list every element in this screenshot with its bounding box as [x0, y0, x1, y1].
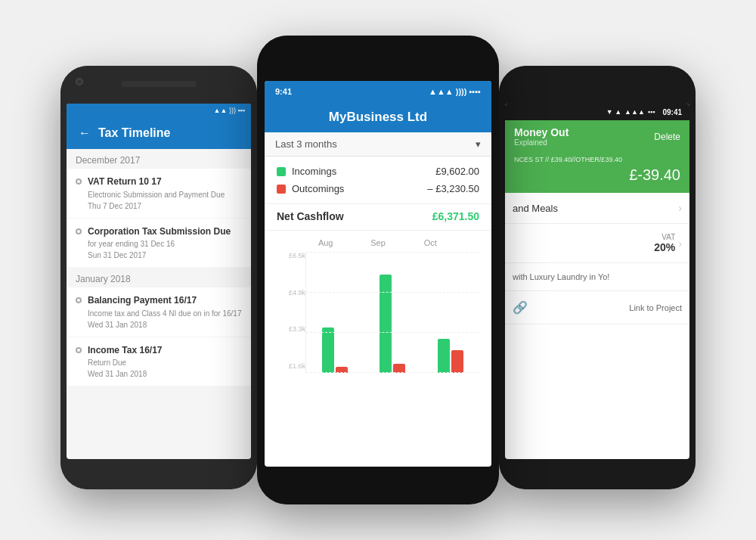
tax-item-title-1: Corporation Tax Submission Due: [88, 226, 231, 238]
bar-group-aug: [322, 327, 348, 373]
tax-item-sub-3: Return Due: [88, 358, 163, 368]
link-icon: 🔗: [513, 300, 528, 315]
camera-left: [76, 78, 83, 85]
phone-center: 9:41 ▲▲▲ )))) ▪▪▪▪ MyBusiness Ltd Last 3…: [257, 36, 499, 504]
money-out-subtitle: Explained: [514, 138, 569, 147]
outcomings-value: – £3,230.50: [427, 183, 479, 194]
center-status-icons: ▲▲▲ )))) ▪▪▪▪: [429, 87, 481, 96]
center-app-title: MyBusiness Ltd: [277, 110, 479, 125]
chart-bars: [305, 252, 479, 373]
right-signal-icon: ▲▲▲: [624, 108, 645, 116]
screen-right: ▼ ▲ ▲▲▲ ▪▪▪ 09:41 Money Out Explained De…: [505, 104, 689, 459]
chevron-right-icon-1: ›: [678, 237, 682, 250]
bar-aug-green: [322, 327, 334, 373]
chevron-right-icon-0: ›: [678, 202, 682, 214]
screen-left: ▲▲ ))) ▪▪▪ ← Tax Timeline December 2017 …: [67, 104, 251, 459]
y-label-3: £1.6k: [277, 362, 305, 370]
chart-label-aug: Aug: [299, 238, 352, 247]
tax-item-vat[interactable]: VAT Return 10 17 Electronic Submission a…: [67, 169, 251, 218]
tax-title: Tax Timeline: [98, 126, 170, 140]
item-circle: [76, 178, 82, 185]
screen-center: 9:41 ▲▲▲ )))) ▪▪▪▪ MyBusiness Ltd Last 3…: [265, 81, 491, 467]
phone-left: ▲▲ ))) ▪▪▪ ← Tax Timeline December 2017 …: [60, 66, 257, 489]
right-battery-icon: ▪▪▪: [648, 108, 655, 116]
bar-sep-green: [380, 275, 392, 373]
incomings-value: £9,602.00: [435, 166, 479, 177]
item-circle-3: [76, 347, 82, 353]
center-app-header: MyBusiness Ltd: [265, 102, 491, 132]
notch: [329, 36, 427, 57]
dropdown-label: Last 3 months: [275, 138, 337, 150]
vat-value: 20%: [654, 241, 675, 253]
tax-item-title-2: Balancing Payment 16/17: [88, 295, 241, 307]
transaction-desc: NCES ST // £39.40//OTHER/£39.40: [514, 156, 680, 163]
incomings-label: Incomings: [292, 166, 336, 177]
net-value: £6,371.50: [432, 210, 479, 222]
tax-header: ← Tax Timeline: [67, 117, 251, 149]
right-list-item-vat[interactable]: VAT 20% ›: [505, 224, 689, 263]
bar-oct-green: [438, 339, 450, 373]
chevron-down-icon: ▾: [476, 138, 481, 150]
wifi-icon: )))): [456, 87, 467, 96]
meals-label: and Meals: [513, 203, 558, 214]
tax-item-title-3: Income Tax 16/17: [88, 345, 163, 357]
tax-item-sub-1: for year ending 31 Dec 16: [88, 239, 231, 249]
right-status-bar: ▼ ▲ ▲▲▲ ▪▪▪ 09:41: [505, 104, 689, 120]
outcomings-dot: [277, 185, 286, 194]
y-label-1: £4.9k: [277, 289, 305, 296]
battery-icon: ▪▪▪▪: [469, 87, 481, 96]
vat-label: VAT: [654, 233, 675, 241]
center-status-bar: 9:41 ▲▲▲ )))) ▪▪▪▪: [265, 81, 491, 102]
item-circle-1: [76, 228, 82, 234]
right-wifi-icon: ▼ ▲: [606, 108, 621, 116]
tax-item-income[interactable]: Income Tax 16/17 Return Due Wed 31 Jan 2…: [67, 337, 251, 386]
transaction-amount: £-39.40: [514, 163, 680, 187]
month-jan: January 2018: [67, 268, 251, 287]
tax-item-sub-0: Electronic Submission and Payment Due: [88, 190, 225, 200]
chart-label-oct: Oct: [404, 238, 457, 247]
item-circle-2: [76, 297, 82, 303]
signal-icon: ▲▲▲: [429, 87, 454, 96]
y-label-0: £6.5k: [277, 252, 305, 259]
bar-aug-red: [336, 367, 348, 373]
money-out-header: Money Out Explained Delete: [505, 120, 689, 153]
right-time: 09:41: [662, 108, 682, 116]
project-text: Link to Project: [629, 303, 682, 312]
incomings-dot: [277, 167, 286, 176]
left-status-icons: ▲▲ ))) ▪▪▪: [214, 107, 245, 114]
tax-item-date-0: Thu 7 Dec 2017: [88, 202, 225, 210]
right-list-item-meals[interactable]: and Meals ›: [505, 193, 689, 224]
period-dropdown[interactable]: Last 3 months ▾: [265, 132, 491, 157]
chart-y-labels: £6.5k £4.9k £3.3k £1.6k: [277, 252, 305, 373]
tax-item-balance[interactable]: Balancing Payment 16/17 Income tax and C…: [67, 287, 251, 337]
bar-group-oct: [438, 339, 463, 373]
month-dec: December 2017: [67, 149, 251, 169]
chart-x-labels: Aug Sep Oct: [277, 238, 479, 247]
tax-item-date-1: Sun 31 Dec 2017: [88, 251, 231, 259]
bar-sep-red: [393, 364, 405, 373]
net-label: Net Cashflow: [277, 210, 344, 222]
back-button[interactable]: ←: [79, 126, 91, 140]
center-time: 9:41: [275, 87, 292, 96]
speaker-left: [121, 81, 197, 87]
tax-item-date-2: Wed 31 Jan 2018: [88, 321, 241, 329]
chart-body: £6.5k £4.9k £3.3k £1.6k: [277, 252, 479, 373]
net-cashflow-row: Net Cashflow £6,371.50: [265, 204, 491, 231]
delete-button[interactable]: Delete: [654, 132, 680, 142]
cashflow-chart: Aug Sep Oct £6.5k £4.9k £3.3k £1.6k: [265, 231, 491, 397]
chart-label-sep: Sep: [352, 238, 404, 247]
tax-content: December 2017 VAT Return 10 17 Electroni…: [67, 149, 251, 386]
right-list-item-project[interactable]: 🔗 Link to Project: [505, 291, 689, 324]
money-out-title: Money Out: [514, 126, 569, 138]
tax-item-sub-2: Income tax and Class 4 NI due on in for …: [88, 309, 241, 318]
right-list-item-laundry[interactable]: with Luxury Laundry in Yo!: [505, 263, 689, 291]
phone-right: ▼ ▲ ▲▲▲ ▪▪▪ 09:41 Money Out Explained De…: [499, 66, 696, 489]
tax-item-date-3: Wed 31 Jan 2018: [88, 370, 163, 378]
tax-item-corp[interactable]: Corporation Tax Submission Due for year …: [67, 219, 251, 268]
bar-group-sep: [380, 275, 405, 373]
scene: ▲▲ ))) ▪▪▪ ← Tax Timeline December 2017 …: [38, 20, 718, 520]
transaction-detail: NCES ST // £39.40//OTHER/£39.40 £-39.40: [505, 153, 689, 193]
bar-oct-red: [451, 350, 463, 373]
incomings-row: Incomings £9,602.00: [277, 166, 479, 177]
laundry-text: with Luxury Laundry in Yo!: [513, 272, 609, 281]
